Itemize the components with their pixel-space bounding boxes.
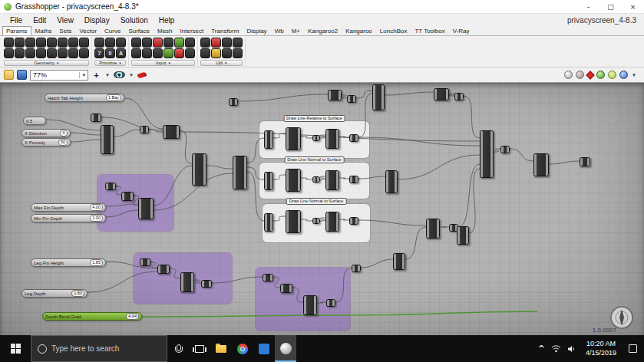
- gh-component[interactable]: [349, 176, 358, 183]
- gh-component[interactable]: [138, 198, 154, 219]
- gh-component[interactable]: [328, 90, 342, 100]
- gh-slider[interactable]: 0.5: [23, 117, 46, 125]
- menu-item-help[interactable]: Help: [154, 15, 180, 25]
- browser-icon[interactable]: [232, 335, 253, 362]
- ribbon-icon[interactable]: [153, 48, 163, 58]
- gh-component[interactable]: [140, 258, 150, 266]
- sphere-gray-icon[interactable]: [564, 71, 573, 79]
- gh-component[interactable]: [229, 98, 238, 106]
- ribbon-icon[interactable]: [68, 38, 78, 48]
- gh-component[interactable]: [500, 146, 510, 153]
- ribbon-icon[interactable]: [25, 48, 35, 58]
- ribbon-icon[interactable]: [163, 38, 173, 48]
- taskbar-search[interactable]: Type here to search: [31, 335, 167, 362]
- ribbon-group-label[interactable]: Util▾: [200, 60, 243, 66]
- close-button[interactable]: ×: [622, 0, 644, 13]
- gh-component[interactable]: [121, 192, 134, 201]
- gh-component[interactable]: [426, 219, 440, 239]
- ribbon-icon[interactable]: [233, 38, 243, 48]
- ribbon-icon[interactable]: [185, 38, 195, 48]
- gh-component[interactable]: [580, 157, 590, 166]
- gh-component[interactable]: [347, 95, 356, 103]
- gh-component[interactable]: [349, 134, 358, 142]
- ribbon-icon[interactable]: [15, 38, 25, 48]
- tab-surface[interactable]: Surface: [124, 26, 154, 35]
- ribbon-icon[interactable]: [233, 48, 243, 58]
- gh-component[interactable]: [372, 84, 385, 110]
- sphere-lime-icon[interactable]: [608, 71, 616, 79]
- ribbon-icon[interactable]: [131, 48, 141, 58]
- ribbon-icon[interactable]: [36, 38, 46, 48]
- ribbon-icon[interactable]: [200, 38, 210, 48]
- gh-slider[interactable]: X Porosity50: [21, 138, 71, 146]
- speaker-icon[interactable]: [567, 345, 576, 353]
- caret-icon[interactable]: ▾: [128, 70, 134, 80]
- gh-component[interactable]: [385, 170, 398, 193]
- canvas-compass[interactable]: [609, 305, 634, 330]
- ribbon-icon[interactable]: [15, 48, 25, 58]
- tab-tt-toolbox[interactable]: TT Toolbox: [411, 26, 448, 35]
- taskbar-clock[interactable]: 10:20 AM 4/15/2019: [581, 335, 621, 362]
- tab-display[interactable]: Display: [243, 26, 270, 35]
- maximize-button[interactable]: □: [599, 0, 622, 13]
- ribbon-icon[interactable]: [222, 48, 232, 58]
- gh-component[interactable]: [312, 176, 320, 183]
- gh-component[interactable]: [312, 135, 320, 141]
- tab-transform[interactable]: Transform: [207, 26, 243, 35]
- tab-kangaroo[interactable]: Kangaroo: [342, 26, 376, 35]
- ribbon-icon[interactable]: [36, 48, 46, 58]
- ribbon-group-label[interactable]: Input▾: [131, 60, 195, 66]
- gh-component[interactable]: [325, 212, 339, 232]
- action-center-button[interactable]: [621, 335, 644, 362]
- app-window-icon[interactable]: [253, 335, 275, 362]
- ribbon-icon[interactable]: [105, 38, 115, 48]
- file-explorer-icon[interactable]: [210, 335, 232, 362]
- gh-slider[interactable]: Max Fin Depth4.00: [31, 203, 106, 212]
- tab-curve[interactable]: Curve: [101, 26, 124, 35]
- tab-kangaroo2[interactable]: Kangaroo2: [304, 26, 342, 35]
- ribbon-icon[interactable]: [68, 48, 78, 58]
- wifi-icon[interactable]: [551, 344, 561, 353]
- ribbon-icon[interactable]: [142, 48, 152, 58]
- ribbon-icon[interactable]: [4, 38, 14, 48]
- open-file-icon[interactable]: [4, 70, 14, 80]
- menu-item-edit[interactable]: Edit: [28, 15, 51, 25]
- sphere-green-icon[interactable]: [596, 71, 605, 79]
- gh-component[interactable]: [180, 272, 194, 292]
- ribbon-icon[interactable]: [47, 38, 57, 48]
- tab-v-ray[interactable]: V-Ray: [449, 26, 474, 35]
- ribbon-group-label[interactable]: Primitive▾: [94, 60, 126, 66]
- menu-item-view[interactable]: View: [51, 15, 79, 25]
- ribbon-icon[interactable]: 0: [105, 48, 115, 58]
- brush-icon[interactable]: [137, 71, 147, 79]
- gh-component[interactable]: [326, 299, 335, 307]
- ribbon-icon[interactable]: A: [116, 48, 126, 58]
- gh-component[interactable]: [233, 156, 247, 189]
- caret-icon[interactable]: ▾: [631, 70, 637, 80]
- gh-component[interactable]: [140, 126, 149, 133]
- eye-icon[interactable]: [114, 71, 125, 78]
- tab-maths[interactable]: Maths: [31, 26, 56, 35]
- gh-component[interactable]: [480, 130, 494, 178]
- gh-component[interactable]: [325, 129, 339, 149]
- menu-item-display[interactable]: Display: [79, 15, 115, 25]
- gh-component[interactable]: [101, 125, 114, 154]
- tab-m-[interactable]: M+: [288, 26, 304, 35]
- gh-slider[interactable]: Min Fin Depth1.00: [31, 214, 106, 222]
- gh-component[interactable]: [454, 93, 464, 100]
- tab-wb[interactable]: Wb: [271, 26, 288, 35]
- caret-icon[interactable]: ▾: [104, 70, 111, 80]
- gh-component[interactable]: [457, 226, 469, 245]
- ribbon-icon[interactable]: [58, 48, 68, 58]
- gh-component[interactable]: [157, 265, 170, 274]
- ribbon-icon[interactable]: [174, 48, 184, 58]
- gh-component[interactable]: [325, 170, 339, 190]
- ribbon-icon[interactable]: [79, 38, 89, 48]
- gh-component[interactable]: [349, 217, 358, 225]
- gh-component[interactable]: [286, 210, 301, 233]
- ribbon-icon[interactable]: 7: [94, 48, 104, 58]
- ribbon-icon[interactable]: [116, 38, 126, 48]
- sphere-blue-icon[interactable]: [619, 71, 628, 79]
- ribbon-icon[interactable]: [163, 48, 173, 58]
- ribbon-group-label[interactable]: Geometry▾: [4, 60, 89, 66]
